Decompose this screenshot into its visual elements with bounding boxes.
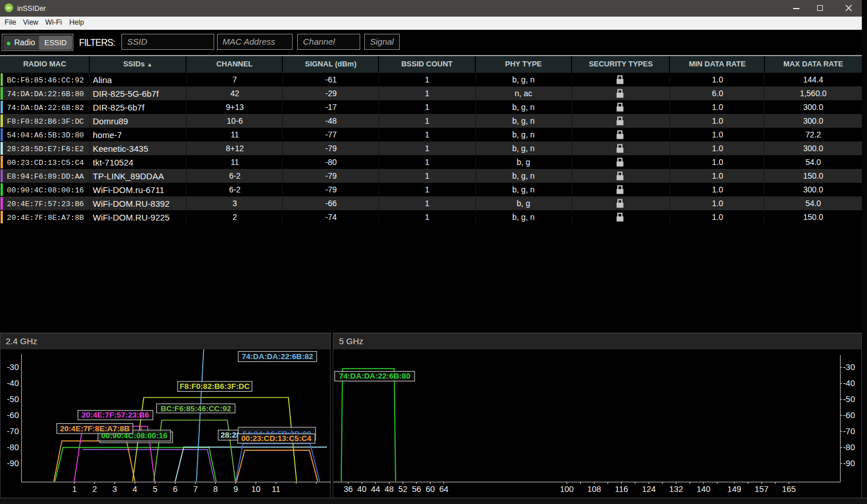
- svg-text:60: 60: [425, 485, 435, 494]
- svg-text:11: 11: [271, 485, 280, 494]
- svg-text:-30: -30: [7, 363, 19, 372]
- svg-text:8: 8: [213, 485, 218, 494]
- svg-text:100: 100: [560, 485, 574, 494]
- svg-text:-70: -70: [843, 427, 855, 436]
- svg-text:108: 108: [587, 485, 601, 494]
- svg-text:52: 52: [398, 485, 407, 494]
- svg-text:-40: -40: [7, 379, 19, 388]
- svg-text:-90: -90: [843, 459, 855, 468]
- svg-text:44: 44: [371, 485, 380, 494]
- svg-text:157: 157: [755, 485, 769, 494]
- svg-text:132: 132: [669, 485, 683, 494]
- svg-text:124: 124: [642, 485, 656, 494]
- svg-text:48: 48: [385, 485, 394, 494]
- svg-text:1: 1: [72, 485, 77, 494]
- svg-text:-50: -50: [7, 395, 19, 404]
- svg-text:7: 7: [193, 485, 198, 494]
- svg-text:10: 10: [251, 485, 261, 494]
- svg-text:BC:F6:85:46:CC:92: BC:F6:85:46:CC:92: [160, 404, 231, 413]
- svg-text:-30: -30: [843, 363, 855, 372]
- svg-text:-60: -60: [7, 411, 19, 420]
- svg-text:165: 165: [782, 485, 795, 494]
- svg-text:3: 3: [112, 485, 117, 494]
- svg-text:5: 5: [153, 485, 157, 494]
- svg-text:20:4E:7F:8E:A7:8B: 20:4E:7F:8E:A7:8B: [60, 424, 130, 433]
- svg-text:20:4E:7F:57:23:B6: 20:4E:7F:57:23:B6: [82, 411, 149, 419]
- svg-text:00:23:CD:13:C5:C4: 00:23:CD:13:C5:C4: [241, 434, 312, 443]
- svg-text:F8:F0:82:B6:3F:DC: F8:F0:82:B6:3F:DC: [180, 382, 250, 391]
- svg-text:-80: -80: [843, 443, 855, 452]
- svg-text:-90: -90: [7, 459, 19, 468]
- svg-text:74:DA:DA:22:6B:82: 74:DA:DA:22:6B:82: [242, 352, 313, 361]
- svg-text:149: 149: [727, 485, 741, 494]
- svg-text:-50: -50: [843, 395, 855, 404]
- svg-text:-80: -80: [7, 443, 19, 452]
- svg-text:-40: -40: [843, 379, 855, 388]
- svg-text:2: 2: [92, 485, 97, 494]
- svg-text:-70: -70: [7, 427, 19, 436]
- svg-text:4: 4: [133, 485, 137, 494]
- svg-text:36: 36: [344, 485, 353, 494]
- svg-text:6: 6: [173, 485, 178, 494]
- svg-text:74:DA:DA:22:6B:80: 74:DA:DA:22:6B:80: [339, 372, 411, 380]
- svg-text:56: 56: [412, 485, 421, 494]
- svg-text:9: 9: [234, 485, 238, 494]
- svg-text:-60: -60: [843, 411, 855, 420]
- svg-text:40: 40: [357, 485, 366, 494]
- svg-text:140: 140: [696, 485, 710, 494]
- svg-text:64: 64: [439, 485, 448, 494]
- svg-text:116: 116: [615, 485, 628, 494]
